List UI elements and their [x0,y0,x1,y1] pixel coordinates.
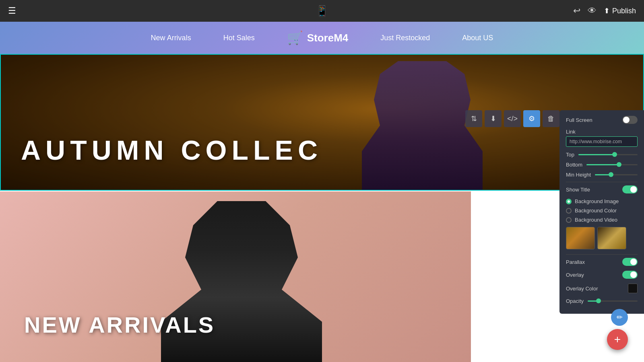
nav-item-just-restocked[interactable]: Just Restocked [380,34,430,42]
top-slider-thumb [612,152,617,157]
opacity-row: Opacity [566,298,638,304]
nav-item-hot-sales[interactable]: Hot Sales [223,34,255,42]
bottom-row: Bottom [566,162,638,168]
overlay-toggle-track [622,271,638,279]
parallax-row: Parallax [566,258,638,266]
divider-2 [566,254,638,255]
min-height-slider-fill [595,174,610,175]
edit-fab[interactable]: ✏ [611,309,628,326]
toolbar-center: 📱 [316,5,328,17]
overlay-color-swatch[interactable] [628,284,638,293]
main-content: AUTUMN COLLEC ⇅ ⬇ </> ⚙ 🗑 NEW ARRIVALS F… [0,54,644,362]
cart-icon: 🛒 [287,30,303,45]
settings-panel: Full Screen Link Top Bottom [559,110,644,314]
fullscreen-row: Full Screen [566,116,638,124]
opacity-slider-thumb [596,298,601,303]
background-color-label: Background Color [575,208,617,214]
fullscreen-toggle-thumb [623,117,630,123]
bottom-label: Bottom [566,162,582,168]
background-image-radio[interactable] [566,199,572,204]
divider-1 [566,182,638,182]
nav-logo[interactable]: 🛒 StoreM4 [287,30,349,45]
fullscreen-toggle[interactable] [622,116,638,124]
link-input[interactable] [566,136,638,147]
min-height-label: Min Height [566,172,591,178]
hero-title: AUTUMN COLLEC [21,134,322,166]
new-arrivals-title: NEW ARRIVALS [24,312,215,338]
preview-icon[interactable]: 👁 [588,6,597,16]
overlay-row: Overlay [566,271,638,279]
background-image-row[interactable]: Background Image [566,198,638,204]
hamburger-icon[interactable]: ☰ [8,6,16,16]
min-height-row: Min Height [566,172,638,178]
nav-bar: New Arrivals Hot Sales 🛒 StoreM4 Just Re… [0,22,644,54]
add-fab[interactable]: + [607,329,628,350]
overlay-toggle-thumb [630,272,637,278]
show-title-row: Show Title [566,185,638,193]
show-title-toggle[interactable] [622,185,638,193]
parallax-label: Parallax [566,259,585,265]
overlay-color-row: Overlay Color [566,284,638,293]
settings-button[interactable]: ⚙ [523,110,540,127]
thumbnail-1[interactable] [566,227,595,249]
logo-text: StoreM4 [307,32,349,44]
publish-arrow-icon: ⬆ [604,6,610,15]
top-slider-fill [578,154,614,155]
opacity-label: Opacity [566,298,584,304]
background-video-row[interactable]: Background Video [566,217,638,223]
edit-pencil-icon: ✏ [617,313,623,322]
hero-person-silhouette [362,61,483,190]
phone-device-icon[interactable]: 📱 [316,5,328,17]
nav-item-about-us[interactable]: About US [462,34,493,42]
toolbar-right: ↩ 👁 ⬆ Publish [573,6,636,16]
background-video-radio[interactable] [566,217,572,223]
overlay-toggle[interactable] [622,271,638,279]
background-color-row[interactable]: Background Color [566,208,638,214]
top-label: Top [566,152,574,158]
undo-icon[interactable]: ↩ [573,6,580,16]
fullscreen-toggle-track [622,116,638,124]
background-image-label: Background Image [575,198,619,204]
min-height-slider[interactable] [595,174,638,175]
fullscreen-label: Full Screen [566,117,592,123]
background-color-radio[interactable] [566,208,572,214]
publish-label: Publish [612,7,636,15]
publish-button[interactable]: ⬆ Publish [604,6,636,15]
link-label: Link [566,129,638,135]
lower-section: NEW ARRIVALS [0,191,471,362]
opacity-slider[interactable] [588,300,638,302]
overlay-color-label: Overlay Color [566,286,598,292]
top-row: Top [566,152,638,158]
thumbnail-container [566,227,638,249]
bottom-slider-thumb [617,162,621,167]
download-button[interactable]: ⬇ [485,110,502,127]
overlay-label: Overlay [566,272,584,278]
toolbar-left: ☰ [8,6,16,16]
parallax-toggle-thumb [630,259,637,265]
bottom-slider-fill [586,164,618,165]
parallax-toggle[interactable] [622,258,638,266]
thumbnail-2[interactable] [597,227,626,249]
parallax-toggle-track [622,258,638,266]
add-plus-icon: + [614,333,621,346]
code-button[interactable]: </> [504,110,521,127]
section-toolbar: ⇅ ⬇ </> ⚙ 🗑 [465,110,559,127]
top-slider[interactable] [578,154,638,155]
background-video-label: Background Video [575,217,617,223]
show-title-toggle-track [622,185,638,193]
nav-item-new-arrivals[interactable]: New Arrivals [151,34,191,42]
reorder-button[interactable]: ⇅ [465,110,482,127]
show-title-toggle-thumb [630,186,637,193]
min-height-slider-thumb [609,172,613,177]
top-toolbar: ☰ 📱 ↩ 👁 ⬆ Publish [0,0,644,22]
delete-button[interactable]: 🗑 [543,110,559,127]
show-title-label: Show Title [566,187,590,193]
bottom-slider[interactable] [586,164,638,165]
